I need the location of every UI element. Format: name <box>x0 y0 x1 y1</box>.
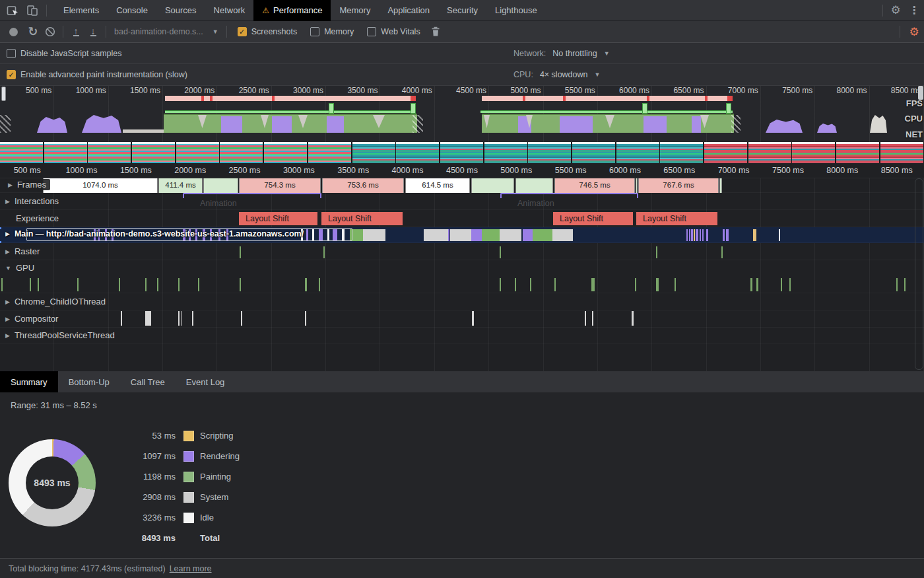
gpu-activity-tick[interactable] <box>1 278 3 291</box>
main-activity-segment[interactable] <box>700 229 701 241</box>
screenshots-checkbox[interactable]: ✓Screenshots <box>238 27 297 36</box>
frames-track-label[interactable]: ▶ Frames <box>5 179 50 190</box>
tab-application[interactable]: Application <box>379 0 438 21</box>
gpu-activity-tick[interactable] <box>500 278 501 291</box>
main-activity-segment[interactable] <box>450 229 471 241</box>
frame-segment[interactable]: 411.4 ms <box>158 178 203 193</box>
main-activity-segment[interactable] <box>448 229 449 241</box>
compositor-activity-tick[interactable] <box>305 311 306 326</box>
gpu-activity-tick[interactable] <box>38 278 39 291</box>
animation-bracket[interactable] <box>183 193 321 198</box>
gpu-activity-tick[interactable] <box>656 278 659 291</box>
tab-elements[interactable]: Elements <box>55 0 108 21</box>
gpu-activity-tick[interactable] <box>240 278 241 291</box>
experience-track[interactable]: Layout ShiftLayout ShiftLayout ShiftLayo… <box>0 210 924 227</box>
reload-and-record-icon[interactable]: ↻ <box>24 23 42 40</box>
compositor-activity-tick[interactable] <box>192 311 193 326</box>
compositor-activity-tick[interactable] <box>121 311 122 326</box>
main-activity-segment[interactable] <box>552 229 573 241</box>
detail-tab-call-tree[interactable]: Call Tree <box>120 371 176 392</box>
tab-performance[interactable]: ⚠Performance <box>253 0 331 21</box>
animation-bracket[interactable] <box>500 193 638 198</box>
flamechart-tracks[interactable]: 1074.0 ms411.4 ms754.3 ms753.6 ms614.5 m… <box>0 178 924 371</box>
main-thread-track[interactable]: ▶ Main — http://bad-animation-demo.s3-we… <box>0 227 924 243</box>
gpu-activity-tick[interactable] <box>198 278 199 291</box>
screenshot-thumbnail[interactable] <box>836 142 879 163</box>
screenshot-thumbnail[interactable] <box>220 142 263 163</box>
gpu-activity-tick[interactable] <box>319 278 320 291</box>
learn-more-link[interactable]: Learn more <box>170 564 212 573</box>
screenshot-thumbnail[interactable] <box>748 142 791 163</box>
clear-recordings-icon[interactable] <box>42 23 59 40</box>
frame-segment[interactable] <box>719 178 722 193</box>
settings-gear-icon[interactable]: ⚙ <box>887 1 904 20</box>
frame-segment[interactable]: 614.5 ms <box>405 178 470 193</box>
web-vitals-checkbox[interactable]: Web Vitals <box>367 27 420 36</box>
screenshot-thumbnail[interactable] <box>308 142 351 163</box>
save-profile-icon[interactable]: ↓ <box>84 23 102 40</box>
tab-security[interactable]: Security <box>438 0 486 21</box>
main-activity-segment[interactable] <box>689 229 690 241</box>
compositor-activity-tick[interactable] <box>632 311 634 326</box>
screenshot-thumbnail[interactable] <box>0 142 43 163</box>
gpu-activity-tick[interactable] <box>515 278 516 291</box>
inspect-element-icon[interactable] <box>3 1 22 20</box>
gpu-activity-tick[interactable] <box>77 278 79 291</box>
screenshot-thumbnail[interactable] <box>396 142 439 163</box>
frame-segment[interactable] <box>471 178 514 193</box>
chrome-childiothread-track[interactable]: ▶ Chrome_ChildIOThread <box>0 293 924 310</box>
main-activity-segment[interactable] <box>702 229 704 241</box>
interactions-track[interactable]: AnimationAnimation ▶ Interactions <box>0 193 924 210</box>
gpu-activity-tick[interactable] <box>781 278 782 291</box>
main-track-label[interactable]: ▶ Main — http://bad-animation-demo.s3-we… <box>5 229 304 238</box>
gpu-track[interactable]: ▼ GPU <box>0 260 924 276</box>
screenshot-thumbnail[interactable] <box>880 142 923 163</box>
raster-activity-tick[interactable] <box>323 246 325 258</box>
threadpool-track[interactable]: ▶ ThreadPoolServiceThread <box>0 328 924 343</box>
screenshot-thumbnail[interactable] <box>88 142 131 163</box>
layout-shift-badge[interactable]: Layout Shift <box>239 212 317 225</box>
capture-settings-gear-icon[interactable]: ⚙ <box>904 26 924 38</box>
compositor-track[interactable]: ▶ Compositor <box>0 310 924 328</box>
selection-left-grip[interactable] <box>1 87 6 101</box>
trash-icon[interactable] <box>427 23 444 40</box>
screenshot-thumbnail[interactable] <box>352 142 395 163</box>
vertical-scrollbar[interactable] <box>915 178 923 370</box>
screenshot-thumbnail[interactable] <box>528 142 571 163</box>
network-throttling-select[interactable]: No throttling ▼ <box>552 49 609 58</box>
threadpool-track-label[interactable]: ▶ ThreadPoolServiceThread <box>5 330 115 340</box>
screenshot-thumbnail[interactable] <box>176 142 219 163</box>
main-activity-segment[interactable] <box>471 229 482 241</box>
screenshot-thumbnail[interactable] <box>616 142 659 163</box>
screenshot-thumbnail[interactable] <box>660 142 703 163</box>
load-profile-icon[interactable]: ↑ <box>67 23 84 40</box>
main-activity-segment[interactable] <box>500 229 521 241</box>
frame-segment[interactable]: 753.6 ms <box>322 178 404 193</box>
gpu-activity-tick[interactable] <box>591 278 595 291</box>
main-activity-segment[interactable] <box>691 229 693 241</box>
gpu-activity-tick[interactable] <box>157 278 158 291</box>
layout-shift-badge[interactable]: Layout Shift <box>321 212 403 225</box>
tab-console[interactable]: Console <box>108 0 156 21</box>
layout-shift-badge[interactable]: Layout Shift <box>636 212 717 225</box>
main-activity-segment[interactable] <box>533 229 552 241</box>
paint-instrumentation-checkbox[interactable]: ✓ Enable advanced paint instrumentation … <box>7 70 187 79</box>
gpu-activity-tick[interactable] <box>789 278 791 291</box>
main-activity-segment[interactable] <box>424 229 448 241</box>
gpu-activity-tick[interactable] <box>178 278 180 291</box>
main-activity-segment[interactable] <box>686 229 688 241</box>
compositor-activity-tick[interactable] <box>241 311 242 326</box>
gpu-activity-tick[interactable] <box>119 278 120 291</box>
main-activity-segment[interactable] <box>753 229 756 241</box>
compositor-activity-tick[interactable] <box>585 311 586 326</box>
gpu-activity-tick[interactable] <box>675 278 676 291</box>
screenshot-thumbnail[interactable] <box>484 142 527 163</box>
gpu-activity-tick[interactable] <box>756 278 758 291</box>
tab-sources[interactable]: Sources <box>156 0 205 21</box>
performance-overview-minimap[interactable]: 500 ms1000 ms1500 ms2000 ms2500 ms3000 m… <box>0 86 924 142</box>
main-activity-segment[interactable] <box>779 229 780 241</box>
main-activity-segment[interactable] <box>723 229 725 241</box>
detail-tab-event-log[interactable]: Event Log <box>176 371 236 392</box>
gpu-activity-tick[interactable] <box>145 278 147 291</box>
detail-tab-summary[interactable]: Summary <box>0 371 58 392</box>
